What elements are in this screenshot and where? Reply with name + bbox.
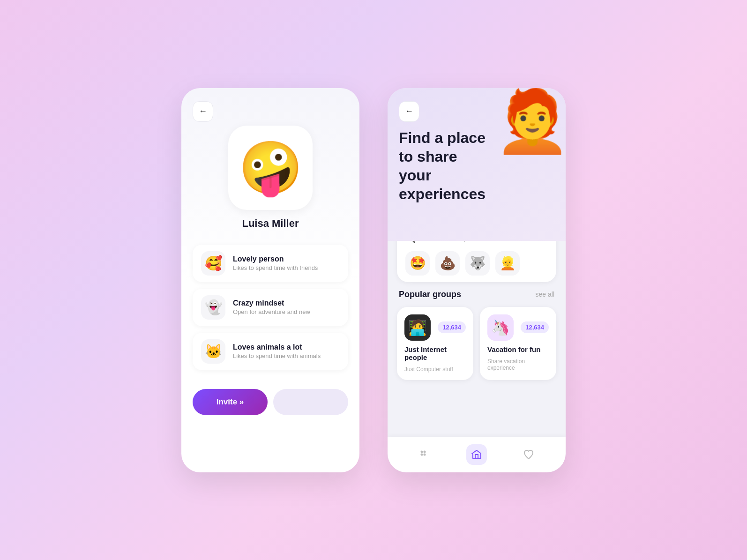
trait-icon-crazy: 👻 — [201, 295, 225, 320]
groups-screen: ← Find a place to share your experiences… — [388, 88, 566, 472]
invite-placeholder — [273, 389, 348, 415]
popular-groups-title: Popular groups — [399, 290, 461, 299]
profile-screen: ← 🤪 Luisa Miller 🥰 Lovely person Likes t… — [181, 88, 359, 472]
group-count-vacation: 12,634 — [521, 321, 549, 333]
header-avatar-emoji: 🧑‍🦰 — [494, 90, 566, 151]
screen2-header: ← Find a place to share your experiences… — [388, 88, 566, 241]
group-avatar-internet: 🧑‍💻 — [404, 314, 431, 341]
group-avatar-vacation: 🦄 — [487, 314, 514, 341]
trait-icon-animals: 🐱 — [201, 339, 225, 364]
trait-title-crazy: Crazy mindset — [233, 299, 310, 307]
nav-home-icon[interactable] — [466, 444, 487, 465]
back-button[interactable]: ← — [193, 101, 213, 122]
popular-groups-header: Popular groups see all — [397, 290, 556, 299]
trait-item-animals: 🐱 Loves animals a lot Likes to spend tim… — [193, 333, 348, 370]
group-desc-vacation: Share vacation experience — [487, 358, 549, 371]
nav-grid-icon[interactable] — [414, 444, 435, 465]
screens-container: ← 🤪 Luisa Miller 🥰 Lovely person Likes t… — [181, 88, 566, 472]
trait-item-lovely: 🥰 Lovely person Likes to spend time with… — [193, 245, 348, 282]
traits-list: 🥰 Lovely person Likes to spend time with… — [193, 245, 348, 370]
groups-back-button[interactable]: ← — [399, 101, 419, 122]
user-name: Luisa Miller — [242, 217, 299, 230]
bottom-nav — [388, 437, 566, 472]
avatar-container: 🤪 — [228, 126, 313, 210]
svg-point-7 — [421, 453, 423, 455]
trait-desc-lovely: Likes to spend time with friends — [233, 264, 318, 271]
group-card-top-vacation: 🦄 12,634 — [487, 314, 549, 341]
nav-heart-icon[interactable] — [518, 444, 539, 465]
group-count-internet: 12,634 — [438, 321, 466, 333]
trait-desc-animals: Likes to spend time with animals — [233, 352, 321, 359]
trait-item-crazy: 👻 Crazy mindset Open for adventure and n… — [193, 289, 348, 326]
group-card-internet[interactable]: 🧑‍💻 12,634 Just Internet people Just Com… — [397, 307, 473, 380]
trait-title-lovely: Lovely person — [233, 255, 318, 263]
see-all-link[interactable]: see all — [536, 291, 554, 298]
screen2-body: 🔍 Search Groups 🤩 💩 🐺 👱 Popular groups s… — [388, 227, 566, 389]
emoji-chip-3[interactable]: 👱 — [495, 251, 520, 276]
trait-title-animals: Loves animals a lot — [233, 343, 321, 351]
trait-icon-lovely: 🥰 — [201, 251, 225, 276]
group-card-top-internet: 🧑‍💻 12,634 — [404, 314, 466, 341]
emoji-chip-0[interactable]: 🤩 — [405, 251, 430, 276]
emoji-row: 🤩 💩 🐺 👱 — [405, 251, 548, 276]
svg-point-6 — [424, 450, 426, 453]
group-card-vacation[interactable]: 🦄 12,634 Vacation for fun Share vacation… — [480, 307, 556, 380]
svg-point-5 — [421, 450, 423, 453]
svg-point-8 — [424, 453, 426, 455]
group-desc-internet: Just Computer stuff — [404, 366, 466, 373]
trait-desc-crazy: Open for adventure and new — [233, 308, 310, 315]
invite-button[interactable]: Invite » — [193, 389, 268, 415]
invite-bar: Invite » — [193, 389, 348, 415]
groups-grid: 🧑‍💻 12,634 Just Internet people Just Com… — [397, 307, 556, 380]
user-avatar-emoji: 🤪 — [239, 142, 303, 194]
emoji-chip-2[interactable]: 🐺 — [465, 251, 490, 276]
group-name-internet: Just Internet people — [404, 345, 466, 361]
emoji-chip-1[interactable]: 💩 — [435, 251, 460, 276]
group-name-vacation: Vacation for fun — [487, 345, 549, 353]
